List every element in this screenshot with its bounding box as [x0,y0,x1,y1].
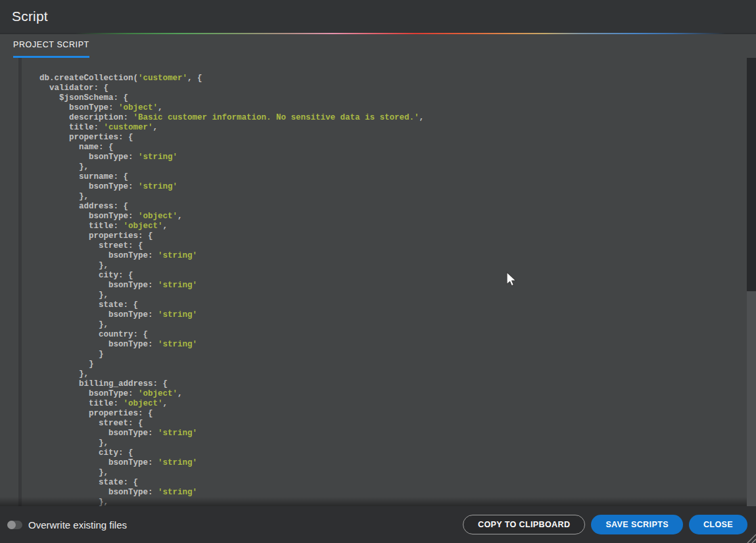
code-line: country: { [39,330,424,340]
code-line: bsonType: 'string' [39,340,424,350]
code-line: title: 'object', [39,222,424,231]
resize-grip[interactable] [745,532,756,543]
code-line: title: 'object', [39,399,424,409]
code-line: name: { [39,143,424,153]
script-editor[interactable]: db.createCollection('customer', { valida… [0,58,747,506]
copy-to-clipboard-button[interactable]: COPY TO CLIPBOARD [463,515,585,534]
code-line: title: 'customer', [39,123,424,133]
editor-scrollbar-thumb[interactable] [747,58,756,291]
close-button[interactable]: CLOSE [689,515,747,534]
code-line: state: { [39,478,424,488]
code-line: }, [39,192,424,202]
code-line: db.createCollection('customer', { [39,74,424,83]
code-line: }, [39,369,424,379]
code-line: bsonType: 'string' [39,182,424,192]
code-line: bsonType: 'string' [39,153,424,162]
overwrite-toggle-knob [7,521,16,529]
footer-button-row: COPY TO CLIPBOARD SAVE SCRIPTS CLOSE [463,515,747,534]
code-line: city: { [39,271,424,281]
code-line: bsonType: 'string' [39,488,424,498]
overwrite-toggle-row: Overwrite existing files [8,519,127,531]
code-line: validator: { [39,83,424,93]
code-line: } [39,360,424,369]
script-dialog: Script PROJECT SCRIPT db.createCollectio… [0,0,756,543]
code-line: bsonType: 'string' [39,458,424,468]
editor-gutter-divider [18,58,22,506]
dialog-header: Script [0,0,756,33]
code-line: properties: { [39,231,424,241]
code-line: bsonType: 'object', [39,103,424,113]
code-content: db.createCollection('customer', { valida… [39,74,424,506]
overwrite-toggle-label: Overwrite existing files [28,519,127,531]
code-line: city: { [39,448,424,458]
code-line: $jsonSchema: { [39,93,424,103]
code-line: address: { [39,202,424,212]
tab-bar: PROJECT SCRIPT [0,34,756,58]
save-scripts-button[interactable]: SAVE SCRIPTS [591,515,683,534]
code-line: bsonType: 'string' [39,429,424,438]
code-line: bsonType: 'string' [39,310,424,320]
editor-scrollbar-track[interactable] [747,58,756,506]
code-line: }, [39,320,424,330]
code-line: bsonType: 'string' [39,281,424,291]
overwrite-toggle[interactable] [8,521,22,529]
tab-project-script-label: PROJECT SCRIPT [13,40,89,51]
dialog-footer: Overwrite existing files COPY TO CLIPBOA… [0,506,756,543]
code-line: } [39,350,424,360]
code-line: street: { [39,419,424,429]
code-line: surname: { [39,172,424,182]
code-line: }, [39,468,424,478]
code-line: }, [39,438,424,448]
code-line: description: 'Basic customer information… [39,113,424,123]
code-line: state: { [39,300,424,310]
code-line: bsonType: 'object', [39,212,424,222]
code-line: properties: { [39,409,424,419]
code-line: street: { [39,241,424,251]
code-line: }, [39,162,424,172]
code-line: }, [39,261,424,271]
code-line: }, [39,498,424,506]
dialog-title: Script [12,0,48,33]
tab-project-script[interactable]: PROJECT SCRIPT [13,34,89,58]
code-line: }, [39,291,424,300]
code-line: properties: { [39,133,424,143]
code-line: billing_address: { [39,379,424,389]
code-line: bsonType: 'object', [39,389,424,399]
code-line: bsonType: 'string' [39,251,424,261]
